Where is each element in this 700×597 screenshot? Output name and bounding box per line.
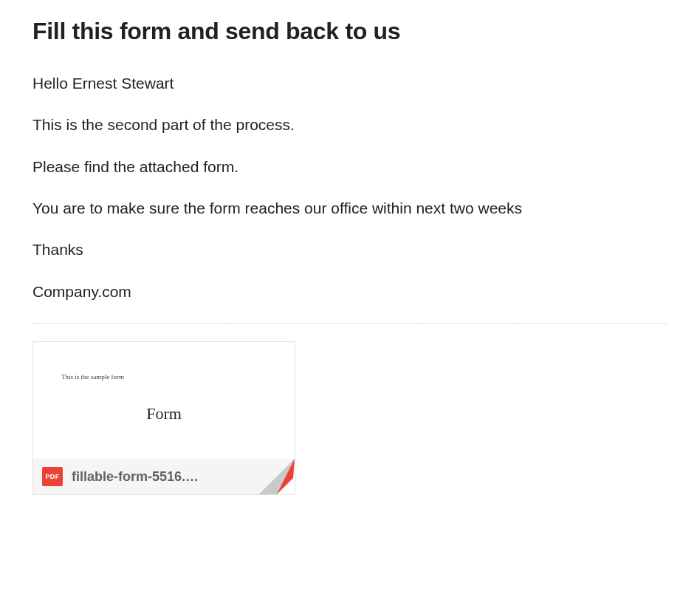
attachment-preview: This is the sample form Form [33,342,295,459]
body-line-1: This is the second part of the process. [32,115,668,135]
attachment-filename: fillable-form-5516.… [72,469,286,485]
thanks-line: Thanks [32,239,668,260]
preview-title: Form [33,404,295,423]
body-line-3: You are to make sure the form reaches ou… [32,198,668,219]
pdf-icon: PDF [42,467,63,486]
attachments-divider [32,323,668,324]
email-subject: Fill this form and send back to us [32,18,668,45]
body-line-2: Please find the attached form. [32,157,668,177]
preview-small-text: This is the sample form [61,373,124,381]
attachment-card[interactable]: This is the sample form Form PDF fillabl… [32,341,295,495]
email-body: Hello Ernest Stewart This is the second … [32,73,668,302]
attachment-footer: PDF fillable-form-5516.… [33,459,295,494]
greeting-line: Hello Ernest Stewart [32,73,668,94]
signature-line: Company.com [32,282,668,302]
pdf-badge-label: PDF [46,473,60,480]
